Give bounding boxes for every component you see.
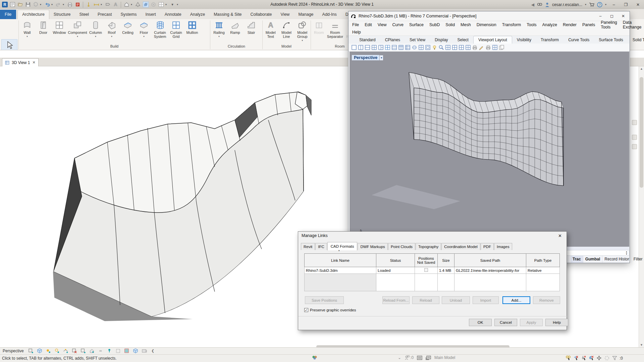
unlocked-3d-icon[interactable] xyxy=(133,349,139,354)
crop-region-icon[interactable] xyxy=(80,349,86,354)
stereo-view-icon[interactable]: ∞ xyxy=(98,349,104,354)
tool-floor[interactable]: Floor▾ xyxy=(136,20,152,39)
transfer-icon[interactable] xyxy=(74,1,81,8)
rhino-menu-panels[interactable]: Panels xyxy=(582,22,595,27)
caret-down-icon[interactable]: ▾ xyxy=(40,3,43,6)
rhino-tab-visibility[interactable]: Visibility xyxy=(512,36,536,44)
vp-wide-icon[interactable] xyxy=(365,45,370,50)
tool-curtain-system[interactable]: Curtain System xyxy=(152,20,168,39)
select-links-icon[interactable] xyxy=(566,355,571,361)
text-icon[interactable]: A xyxy=(112,1,119,8)
rhino-status-gumbal[interactable]: Gumbal xyxy=(583,256,603,263)
rhino-menu-edit[interactable]: Edit xyxy=(365,22,372,27)
cell-size[interactable]: 1.4 MB xyxy=(438,267,454,274)
add-button[interactable]: Add... xyxy=(502,296,530,304)
vertical-scrollbar-thumb[interactable] xyxy=(640,77,643,188)
selection-box-icon[interactable] xyxy=(115,349,121,354)
tool-column[interactable]: Column▾ xyxy=(88,20,103,39)
column-header-link-name[interactable]: Link Name xyxy=(305,254,376,267)
tool-railing[interactable]: Railing▾ xyxy=(211,20,227,39)
vp-mini-icon[interactable] xyxy=(425,45,431,50)
rhino-tab-solid-t[interactable]: Solid T xyxy=(628,36,644,44)
help-icon[interactable]: ? xyxy=(597,2,602,7)
ribbon-tab-steel[interactable]: Steel xyxy=(75,10,94,19)
vp-single-icon[interactable] xyxy=(351,45,357,50)
viewport-menu-caret-icon[interactable]: ▾ xyxy=(380,55,383,60)
ribbon-tab-manage[interactable]: Manage xyxy=(294,10,318,19)
app-store-icon[interactable] xyxy=(589,2,594,7)
dialog-tab-images[interactable]: Images xyxy=(494,243,512,250)
caret-down-icon[interactable]: ▾ xyxy=(143,35,145,39)
sphere-icon[interactable] xyxy=(412,45,417,50)
tool-model-text[interactable]: AModel Text xyxy=(263,20,278,39)
cell-status[interactable]: Loaded xyxy=(376,267,415,274)
caret-down-icon[interactable]: ▾ xyxy=(101,3,103,6)
tool-ceiling[interactable]: Ceiling xyxy=(120,20,136,35)
pages-icon[interactable] xyxy=(499,45,504,50)
rhino-menu-mesh[interactable]: Mesh xyxy=(461,22,471,27)
caret-down-icon[interactable]: ▾ xyxy=(165,3,168,6)
viewport-title[interactable]: Perspective ▾ xyxy=(352,55,383,60)
vp-three-icon[interactable] xyxy=(378,45,384,50)
revit-logo-icon[interactable]: R xyxy=(1,1,8,8)
rhino-perspective-viewport[interactable]: Perspective ▾ z y x xyxy=(350,52,629,247)
modify-button[interactable]: Modify xyxy=(1,39,17,50)
checkbox-unchecked[interactable] xyxy=(424,268,428,272)
dialog-tab-pdf[interactable]: PDF xyxy=(481,243,494,250)
tag-icon[interactable] xyxy=(104,1,111,8)
thin-lines-icon[interactable] xyxy=(142,1,149,8)
vp-rows-icon[interactable] xyxy=(391,45,397,50)
filter-icon[interactable] xyxy=(612,355,618,361)
ribbon-tab-add-ins[interactable]: Add-Ins xyxy=(318,10,341,19)
worksets-dialog-icon[interactable] xyxy=(417,356,422,360)
rhino-tab-display[interactable]: Display xyxy=(430,36,452,44)
tool-stair[interactable]: Stair xyxy=(244,20,259,35)
ok-button[interactable]: OK xyxy=(469,319,492,326)
analysis-display-icon[interactable] xyxy=(124,349,130,354)
caret-down-icon[interactable]: ▾ xyxy=(218,35,220,39)
worksets-caret-icon[interactable]: ⌄ xyxy=(398,355,401,360)
caret-down-icon[interactable]: ▾ xyxy=(77,35,78,39)
vp-split-icon[interactable] xyxy=(358,45,364,50)
page-icon[interactable] xyxy=(459,45,464,50)
file-tab-icon[interactable] xyxy=(9,1,16,8)
rhino-close-button[interactable]: ✕ xyxy=(618,11,629,20)
menu-help[interactable]: Help xyxy=(352,30,361,35)
caret-down-icon[interactable]: ▾ xyxy=(95,35,96,39)
redo-icon[interactable] xyxy=(55,1,62,8)
caret-down-icon[interactable]: ▾ xyxy=(111,35,112,39)
dialog-tab-revit[interactable]: Revit xyxy=(301,243,315,250)
view-tab-3d-view-1[interactable]: 3D View 1 ✕ xyxy=(2,58,39,66)
rhino-status-trac[interactable]: Trac xyxy=(571,256,583,263)
print-icon[interactable] xyxy=(66,1,73,8)
vp-cells-icon[interactable] xyxy=(405,45,411,50)
tool-mullion[interactable]: Mullion xyxy=(184,20,200,35)
search-icon[interactable] xyxy=(537,2,542,7)
cancel-button[interactable]: Cancel xyxy=(494,319,517,326)
rhino-tab-curve-tools[interactable]: Curve Tools xyxy=(564,36,594,44)
caret-down-icon[interactable]: ▾ xyxy=(177,3,179,6)
ribbon-tab-structure[interactable]: Structure xyxy=(49,10,75,19)
dialog-tab-point-clouds[interactable]: Point Clouds xyxy=(388,243,415,250)
caret-down-icon[interactable]: ▾ xyxy=(131,3,133,6)
positions-not-saved-checkbox[interactable] xyxy=(415,267,438,274)
links-table[interactable]: Link NameStatusPositionsNot SavedSizeSav… xyxy=(304,253,560,291)
link-row[interactable]: Rhino7-SubD.3dmLoaded1.4 MBGL2022.1\new-… xyxy=(305,267,560,274)
select-face-icon[interactable] xyxy=(589,355,594,361)
cell-path-type[interactable]: Relative xyxy=(526,267,560,274)
camera-home-icon[interactable] xyxy=(89,349,95,354)
collapse-arrow-icon[interactable]: ❮ xyxy=(150,349,156,354)
dialog-tab-cad-formats[interactable]: CAD Formats xyxy=(327,242,358,250)
ribbon-tab-view[interactable]: View xyxy=(276,10,294,19)
ribbon-tab-file[interactable]: File xyxy=(0,10,16,19)
rhino-menu-render[interactable]: Render xyxy=(563,22,577,27)
tool-model-group[interactable]: Model Group▾ xyxy=(295,20,310,43)
temporary-view-icon[interactable] xyxy=(142,349,147,354)
rhino-status-record-histor[interactable]: Record Histor xyxy=(602,256,631,263)
rhino-maximize-button[interactable]: ◻ xyxy=(606,11,618,20)
ribbon-tab-massing-site[interactable]: Massing & Site xyxy=(209,10,246,19)
link-vp-icon[interactable] xyxy=(452,45,458,50)
zoom-tool-icon[interactable] xyxy=(632,144,637,149)
dialog-tab-coordination-model[interactable]: Coordination Model xyxy=(441,243,480,250)
dimension-icon[interactable] xyxy=(93,1,100,8)
